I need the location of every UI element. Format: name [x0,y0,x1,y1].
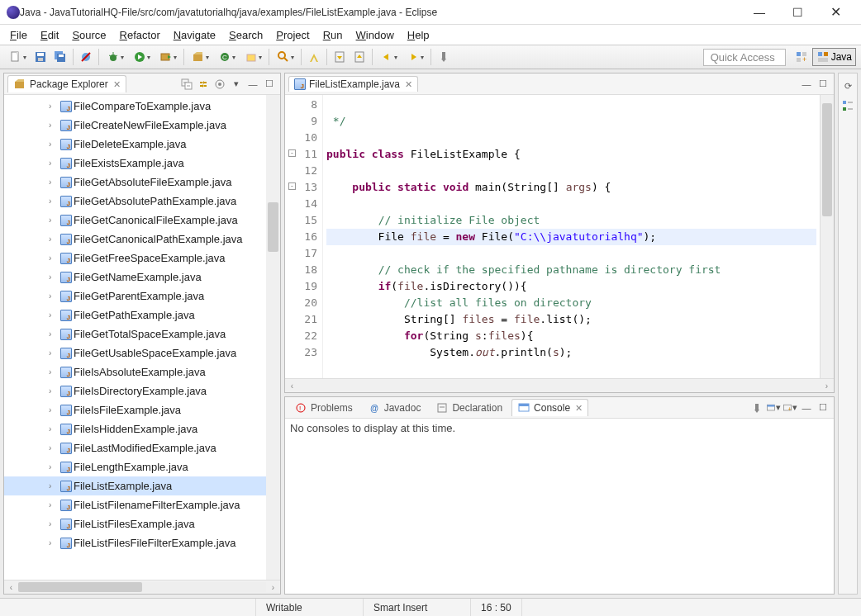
editor-vscroll[interactable] [820,95,834,378]
maximize-view-button[interactable]: ☐ [816,77,830,92]
tab-problems[interactable]: !Problems [288,399,359,416]
focus-task-button[interactable] [212,77,227,92]
editor-tabbar: FileListExample.java ✕ — ☐ [285,73,834,95]
svg-rect-3 [37,53,44,56]
display-console-button[interactable]: ▾ [766,400,781,415]
perspective-java[interactable]: Java [812,48,856,66]
svg-line-24 [284,58,288,61]
close-button[interactable]: ✕ [816,0,854,25]
pin-console-button[interactable] [749,400,764,415]
tree-item[interactable]: ›FileCompareToExample.java [4,97,280,116]
tree-item[interactable]: ›FileGetTotalSpaceExample.java [4,325,280,344]
minimize-view-button[interactable]: — [245,77,260,92]
toggle-mark-button[interactable] [305,48,323,66]
maximize-view-button[interactable]: ☐ [262,77,277,92]
tree-item[interactable]: ›FileLastModifiedExample.java [4,438,280,457]
link-editor-button[interactable] [196,77,211,92]
outline-column: ⟳ [838,73,858,595]
back-button[interactable]: ▾ [376,48,401,66]
toggle-skip-breakpoints[interactable] [77,48,95,66]
open-perspective-button[interactable]: + [792,48,811,66]
new-class-button[interactable]: C▾ [214,48,239,66]
editor-hscroll[interactable]: ‹› [285,378,834,392]
menu-run[interactable]: Run [318,27,348,43]
restore-view-button[interactable]: ⟳ [840,78,855,93]
tree-item[interactable]: ›FileListExample.java [4,476,280,495]
tree-item[interactable]: ›FileGetCanonicalPathExample.java [4,230,280,249]
open-console-button[interactable]: +▾ [783,400,797,415]
forward-button[interactable]: ▾ [402,48,427,66]
prev-annotation-button[interactable] [350,48,369,66]
tree-item[interactable]: ›FileIsFileExample.java [4,400,280,419]
minimize-view-button[interactable]: — [799,400,814,415]
view-menu-button[interactable]: ▾ [229,77,244,92]
quick-access-input[interactable]: Quick Access [703,49,786,66]
collapse-all-button[interactable] [179,77,194,92]
menu-file[interactable]: File [5,27,32,43]
menu-edit[interactable]: Edit [36,27,64,43]
svg-rect-64 [843,101,846,104]
minimize-view-button[interactable]: — [799,77,814,92]
java-file-icon [60,310,72,321]
pin-editor-button[interactable] [435,48,453,66]
tree-item[interactable]: ›FileIsHiddenExample.java [4,419,280,438]
editor-tab[interactable]: FileListExample.java ✕ [288,76,418,92]
menu-navigate[interactable]: Navigate [169,27,221,43]
close-icon[interactable]: ✕ [405,79,412,90]
package-explorer-vscroll[interactable] [266,95,280,580]
tree-item[interactable]: ›FileListFilesExample.java [4,514,280,533]
new-button[interactable]: ▾ [5,48,30,66]
package-explorer-tab[interactable]: Package Explorer ✕ [7,75,126,92]
menu-search[interactable]: Search [224,27,268,43]
tree-item[interactable]: ›FileIsDirectoryExample.java [4,381,280,400]
java-file-icon [60,500,72,511]
run-last-button[interactable]: ▾ [155,48,180,66]
save-button[interactable] [31,48,50,66]
tree-item[interactable]: ›FileGetCanonicalFileExample.java [4,211,280,230]
tree-item[interactable]: ›FileCreateNewFileExample.java [4,116,280,135]
tree-item[interactable]: ›FileExistsExample.java [4,154,280,173]
outline-icon[interactable] [840,98,855,113]
editor-gutter[interactable]: 891011-1213-14151617181920212223 [285,95,323,378]
menu-refactor[interactable]: Refactor [115,27,165,43]
status-position: 16 : 50 [471,599,522,616]
tree-item[interactable]: ›FileGetPathExample.java [4,306,280,325]
menu-project[interactable]: Project [271,27,314,43]
svg-marker-19 [193,52,202,54]
search-button[interactable]: ▾ [273,48,297,66]
tab-console[interactable]: Console✕ [511,399,588,416]
tree-item[interactable]: ›FileGetNameExample.java [4,268,280,287]
tab-declaration[interactable]: Declaration [430,399,508,416]
java-file-icon [60,101,72,112]
close-icon[interactable]: ✕ [575,403,583,414]
open-type-button[interactable]: ▾ [240,48,265,66]
close-icon[interactable]: ✕ [113,79,121,90]
tree-item[interactable]: ›FileListFilesFileFilterExample.java [4,533,280,552]
minimize-button[interactable]: — [740,0,778,25]
tree-item[interactable]: ›FileGetParentExample.java [4,287,280,306]
tree-item[interactable]: ›FileGetAbsoluteFileExample.java [4,173,280,192]
tree-item[interactable]: ›FileGetUsableSpaceExample.java [4,344,280,362]
next-annotation-button[interactable] [331,48,349,66]
tree-item[interactable]: ›FileDeleteExample.java [4,135,280,154]
java-file-icon [60,348,72,359]
run-button[interactable]: ▾ [129,48,154,66]
tree-item[interactable]: ›FileLengthExample.java [4,457,280,476]
editor-code[interactable]: */public class FileListExample { public … [323,95,820,378]
maximize-view-button[interactable]: ☐ [816,400,830,415]
svg-marker-33 [441,59,446,62]
tree-item[interactable]: ›FileGetAbsolutePathExample.java [4,192,280,211]
maximize-button[interactable]: ☐ [778,0,816,25]
tree-item[interactable]: ›FileIsAbsoluteExample.java [4,362,280,381]
menu-help[interactable]: Help [402,27,435,43]
tree-item[interactable]: ›FileGetFreeSpaceExample.java [4,249,280,268]
tab-javadoc[interactable]: @Javadoc [362,399,427,416]
svg-marker-59 [754,410,759,413]
package-explorer-hscroll[interactable]: ‹ › [4,580,280,594]
debug-button[interactable]: ▾ [102,48,127,66]
new-package-button[interactable]: ▾ [188,48,212,66]
save-all-button[interactable] [51,48,69,66]
menu-source[interactable]: Source [67,27,111,43]
tree-item[interactable]: ›FileListFilenameFilterExample.java [4,495,280,514]
menu-window[interactable]: Window [351,27,399,43]
